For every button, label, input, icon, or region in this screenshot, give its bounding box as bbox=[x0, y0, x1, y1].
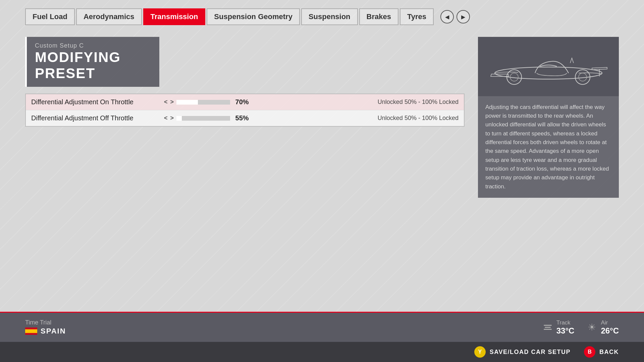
setting-name: Differential Adjustment Off Throttle bbox=[31, 114, 159, 122]
setting-value: 70% bbox=[233, 98, 251, 106]
btn-circle-back: B bbox=[584, 346, 595, 358]
footer-actions: Y SAVE/LOAD CAR SETUP B BACK bbox=[0, 342, 644, 362]
btn-circle-save-load: Y bbox=[474, 346, 486, 358]
spain-flag bbox=[25, 327, 37, 335]
air-temp-item: ☀ Air 26°C bbox=[588, 319, 619, 336]
setting-name: Differential Adjustment On Throttle bbox=[31, 98, 159, 106]
info-description: Adjusting the cars differential will aff… bbox=[478, 96, 619, 198]
session-country: SPAIN bbox=[41, 327, 66, 336]
svg-rect-6 bbox=[25, 329, 37, 333]
track-label: Track bbox=[556, 319, 575, 326]
track-temp-details: Track 33°C bbox=[556, 319, 575, 336]
session-info: Time Trial SPAIN bbox=[25, 319, 66, 336]
decrease-arrow[interactable]: < bbox=[164, 115, 168, 122]
setting-range: Unlocked 50% - 100% Locked bbox=[257, 99, 459, 106]
right-panel: Adjusting the cars differential will aff… bbox=[478, 37, 619, 305]
setting-bar bbox=[176, 100, 230, 105]
air-temp-value: 26°C bbox=[601, 326, 619, 336]
nav-tab-suspension-geometry[interactable]: Suspension Geometry bbox=[207, 8, 300, 25]
decrease-arrow[interactable]: < bbox=[164, 99, 168, 106]
increase-arrow[interactable]: > bbox=[170, 99, 174, 106]
track-temp-item: Track 33°C bbox=[544, 319, 575, 336]
nav-tab-fuel-load[interactable]: Fuel Load bbox=[25, 8, 75, 25]
setting-row[interactable]: Differential Adjustment Off Throttle < >… bbox=[26, 110, 464, 126]
info-card: Adjusting the cars differential will aff… bbox=[478, 37, 619, 198]
nav-tab-aerodynamics[interactable]: Aerodynamics bbox=[76, 8, 142, 25]
content-area: Custom Setup C MODIFYING PRESET Differen… bbox=[0, 34, 644, 312]
sun-icon: ☀ bbox=[588, 322, 596, 333]
weather-info: Track 33°C ☀ Air 26°C bbox=[544, 319, 619, 336]
increase-arrow[interactable]: > bbox=[170, 115, 174, 122]
setting-controls: < > 70% bbox=[164, 98, 251, 106]
setting-controls: < > 55% bbox=[164, 114, 251, 122]
heat-wave-icon bbox=[544, 325, 552, 330]
back-button[interactable]: B BACK bbox=[584, 346, 619, 358]
nav-tab-suspension[interactable]: Suspension bbox=[301, 8, 358, 25]
btn-label-save-load: SAVE/LOAD CAR SETUP bbox=[490, 349, 571, 356]
nav-tab-tyres[interactable]: Tyres bbox=[400, 8, 434, 25]
air-temp-details: Air 26°C bbox=[601, 319, 619, 336]
nav-bar: Fuel LoadAerodynamicsTransmissionSuspens… bbox=[0, 0, 644, 34]
nav-next-arrow[interactable]: ▶ bbox=[457, 10, 470, 23]
session-type: Time Trial bbox=[25, 319, 66, 326]
main-container: Fuel LoadAerodynamicsTransmissionSuspens… bbox=[0, 0, 644, 362]
btn-label-back: BACK bbox=[599, 349, 619, 356]
setting-range: Unlocked 50% - 100% Locked bbox=[257, 115, 459, 122]
save-load-button[interactable]: Y SAVE/LOAD CAR SETUP bbox=[474, 346, 571, 358]
setup-subtitle: Custom Setup C bbox=[35, 42, 151, 49]
nav-prev-arrow[interactable]: ◀ bbox=[440, 10, 454, 23]
left-panel: Custom Setup C MODIFYING PRESET Differen… bbox=[25, 37, 465, 305]
svg-point-4 bbox=[579, 73, 587, 81]
track-temp-value: 33°C bbox=[556, 326, 575, 336]
setup-header: Custom Setup C MODIFYING PRESET bbox=[25, 37, 159, 87]
setup-title: MODIFYING PRESET bbox=[35, 49, 151, 81]
nav-arrows: ◀ ▶ bbox=[440, 10, 470, 23]
setting-bar-fill bbox=[176, 100, 198, 105]
air-label: Air bbox=[601, 319, 619, 326]
setting-bar-fill bbox=[176, 116, 182, 121]
svg-point-2 bbox=[510, 73, 518, 81]
car-illustration bbox=[478, 37, 619, 96]
setting-bar bbox=[176, 116, 230, 121]
setting-row[interactable]: Differential Adjustment On Throttle < > … bbox=[26, 94, 464, 110]
session-location: SPAIN bbox=[25, 327, 66, 336]
bottom-bar: Time Trial SPAIN Track bbox=[0, 312, 644, 342]
nav-tab-transmission[interactable]: Transmission bbox=[143, 8, 206, 25]
settings-table: Differential Adjustment On Throttle < > … bbox=[25, 94, 465, 127]
nav-tab-brakes[interactable]: Brakes bbox=[359, 8, 398, 25]
setting-value: 55% bbox=[233, 114, 251, 122]
